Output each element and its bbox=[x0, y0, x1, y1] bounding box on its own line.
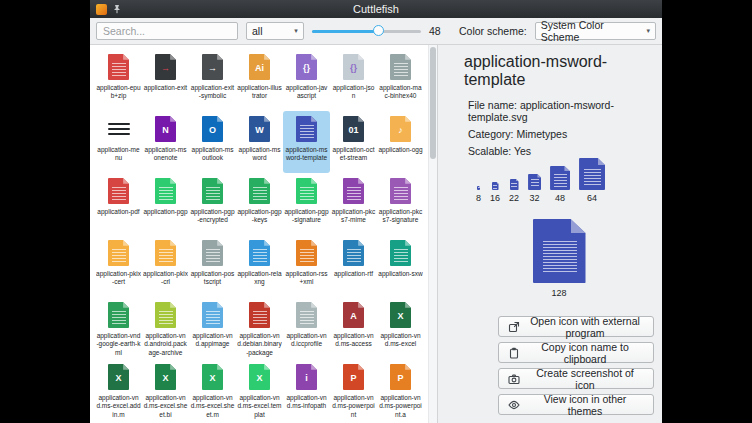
size-preview-64: 64 bbox=[579, 158, 605, 203]
icon-grid-item-label: application-mac-binhex40 bbox=[378, 84, 423, 101]
icon-grid-item[interactable]: application-pkix-crl bbox=[142, 235, 189, 297]
application-vnd.ms-excel.addin.m-icon: X bbox=[108, 362, 129, 392]
icon-grid-item[interactable]: application-mac-binhex40 bbox=[377, 49, 424, 111]
icon-grid-item-label: application-vnd.ms-infopath bbox=[284, 394, 329, 411]
icon-grid-item-label: application-vnd.ms-excel bbox=[378, 332, 423, 349]
icon-grid-item[interactable]: application-relaxng bbox=[236, 235, 283, 297]
icon-grid-item[interactable]: ♪application-ogg bbox=[377, 111, 424, 173]
icon-grid-item[interactable]: Napplication-msonenote bbox=[142, 111, 189, 173]
application-vnd.ms-powerpoint-icon: P bbox=[343, 362, 364, 392]
chevron-down-icon: ▾ bbox=[646, 27, 650, 35]
icon-grid-item[interactable]: Aapplication-vnd.ms-access bbox=[330, 297, 377, 359]
action-button-label: Create screenshot of icon bbox=[526, 367, 644, 391]
action-button-label: Copy icon name to clipboard bbox=[526, 341, 644, 365]
icon-grid-item-label: application-pkix-crl bbox=[143, 270, 188, 287]
application-vnd.ms-access-icon: A bbox=[343, 300, 364, 330]
icon-grid-item[interactable]: Xapplication-vnd.ms-excel.sheet.m bbox=[189, 359, 236, 421]
icon-grid-item[interactable]: application-postscript bbox=[189, 235, 236, 297]
icon-grid-item-label: application-exit bbox=[143, 84, 188, 92]
icon-grid-item[interactable]: application-pgp-signature bbox=[283, 173, 330, 235]
application-exit-icon: → bbox=[155, 52, 176, 82]
application-javascript-icon: {} bbox=[296, 52, 317, 82]
icon-grid-item[interactable]: application-vnd.appimage bbox=[189, 297, 236, 359]
icon-grid-item[interactable]: application-msword-template bbox=[283, 111, 330, 173]
icon-grid-item[interactable]: {}application-javascript bbox=[283, 49, 330, 111]
application-msword-template-icon bbox=[296, 114, 317, 144]
icon-grid-item[interactable]: application-sxw bbox=[377, 235, 424, 297]
icon-grid-item[interactable]: Papplication-vnd.ms-powerpoint.a bbox=[377, 359, 424, 421]
icon-grid-item[interactable]: application-pgp-keys bbox=[236, 173, 283, 235]
application-vnd.appimage-icon bbox=[202, 300, 223, 330]
icon-grid-item[interactable]: →application-exit bbox=[142, 49, 189, 111]
icon-grid-item[interactable]: application-pkix-cert bbox=[95, 235, 142, 297]
icon-grid-item[interactable]: application-vnd.android.package-archive bbox=[142, 297, 189, 359]
icon-grid-item[interactable]: Papplication-vnd.ms-powerpoint bbox=[330, 359, 377, 421]
icon-size-slider[interactable] bbox=[312, 22, 421, 40]
icon-grid-item[interactable]: →application-exit-symbolic bbox=[189, 49, 236, 111]
icon-grid-item[interactable]: application-rtf bbox=[330, 235, 377, 297]
open-external-button[interactable]: Open icon with external program bbox=[498, 316, 654, 337]
scrollbar-thumb[interactable] bbox=[430, 47, 436, 159]
application-vnd.ms-excel.sheet.m-icon: X bbox=[202, 362, 223, 392]
icon-grid-item[interactable]: Xapplication-vnd.ms-excel bbox=[377, 297, 424, 359]
application-msword-icon: W bbox=[249, 114, 270, 144]
icon-grid-item[interactable]: Wapplication-msword bbox=[236, 111, 283, 173]
icon-grid-item[interactable]: Aiapplication-illustrator bbox=[236, 49, 283, 111]
category-filter-dropdown[interactable]: all ▾ bbox=[246, 22, 304, 40]
application-pkcs7-mime-icon bbox=[343, 176, 364, 206]
icon-grid-item-label: application-msonenote bbox=[143, 146, 188, 163]
icon-grid-item[interactable]: Xapplication-vnd.ms-excel.sheet.bi bbox=[142, 359, 189, 421]
screenshot-button[interactable]: Create screenshot of icon bbox=[498, 368, 654, 389]
icon-grid-scrollbar[interactable] bbox=[428, 45, 437, 423]
icon-grid-item-label: application-rss+xml bbox=[284, 270, 329, 287]
icon-grid-item[interactable]: 01application-octet-stream bbox=[330, 111, 377, 173]
icon-grid-item[interactable]: Xapplication-vnd.ms-excel.addin.m bbox=[95, 359, 142, 421]
icon-grid-item-label: application-msword-template bbox=[284, 146, 329, 163]
icon-grid-item[interactable]: application-vnd.iccprofile bbox=[283, 297, 330, 359]
icon-grid-item[interactable]: application-rss+xml bbox=[283, 235, 330, 297]
action-button-label: View icon in other themes bbox=[526, 393, 644, 417]
icon-grid-item-label: application-vnd.ms-powerpoint.a bbox=[378, 394, 423, 419]
icon-grid-item-label: application-pkcs7-signature bbox=[378, 208, 423, 225]
view-themes-button[interactable]: View icon in other themes bbox=[498, 394, 654, 415]
icon-grid-item[interactable]: application-pkcs7-signature bbox=[377, 173, 424, 235]
icon-grid-item[interactable]: Xapplication-vnd.ms-excel.templat bbox=[236, 359, 283, 421]
application-rtf-icon bbox=[343, 238, 364, 268]
icon-grid-item-label: application-vnd.iccprofile bbox=[284, 332, 329, 349]
application-vnd.ms-excel.templat-icon: X bbox=[249, 362, 270, 392]
icon-grid-item-label: application-sxw bbox=[378, 270, 423, 278]
icon-grid-item[interactable]: application-epub+zip bbox=[95, 49, 142, 111]
pin-icon[interactable] bbox=[112, 4, 122, 14]
slider-handle[interactable] bbox=[373, 25, 384, 36]
color-scheme-dropdown[interactable]: System Color Scheme ▾ bbox=[535, 22, 656, 40]
size-preview-16: 16 bbox=[490, 182, 500, 203]
icon-grid-item-label: application-rtf bbox=[331, 270, 376, 278]
icon-grid-item[interactable]: {}application-json bbox=[330, 49, 377, 111]
icon-grid-item[interactable]: Oapplication-msoutlook bbox=[189, 111, 236, 173]
search-input[interactable] bbox=[96, 22, 238, 40]
icon-grid-item-label: application-vnd-google-earth-kml bbox=[96, 332, 141, 357]
application-postscript-icon bbox=[202, 238, 223, 268]
icon-grid-item[interactable]: application-pgp bbox=[142, 173, 189, 235]
icon-grid-item[interactable]: application-menu bbox=[95, 111, 142, 173]
icon-grid-item[interactable]: application-pkcs7-mime bbox=[330, 173, 377, 235]
icon-grid-item[interactable]: iapplication-vnd.ms-infopath bbox=[283, 359, 330, 421]
copy-name-button[interactable]: Copy icon name to clipboard bbox=[498, 342, 654, 363]
titlebar[interactable]: Cuttlefish bbox=[90, 0, 662, 18]
icon-grid-item-label: application-vnd.ms-excel.addin.m bbox=[96, 394, 141, 419]
icon-grid-item[interactable]: application-pgp-encrypted bbox=[189, 173, 236, 235]
details-title: application-msword-template bbox=[464, 53, 654, 89]
icon-grid-item[interactable]: application-pdf bbox=[95, 173, 142, 235]
slider-fill bbox=[312, 30, 380, 33]
icon-grid-item-label: application-vnd.ms-powerpoint bbox=[331, 394, 376, 419]
category-filter-value: all bbox=[252, 25, 263, 37]
size-preview-22: 22 bbox=[509, 179, 519, 203]
icon-grid-item[interactable]: application-vnd-google-earth-kml bbox=[95, 297, 142, 359]
icon-grid-item-label: application-vnd.appimage bbox=[190, 332, 235, 349]
icon-grid-item-label: application-msoutlook bbox=[190, 146, 235, 163]
icon-grid-item[interactable]: application-vnd.debian.binary-package bbox=[236, 297, 283, 359]
external-program-icon bbox=[508, 321, 520, 333]
color-scheme-label: Color scheme: bbox=[459, 25, 527, 37]
icon-grid-item-label: application-pdf bbox=[96, 208, 141, 216]
application-vnd.android.package-archive-icon bbox=[155, 300, 176, 330]
